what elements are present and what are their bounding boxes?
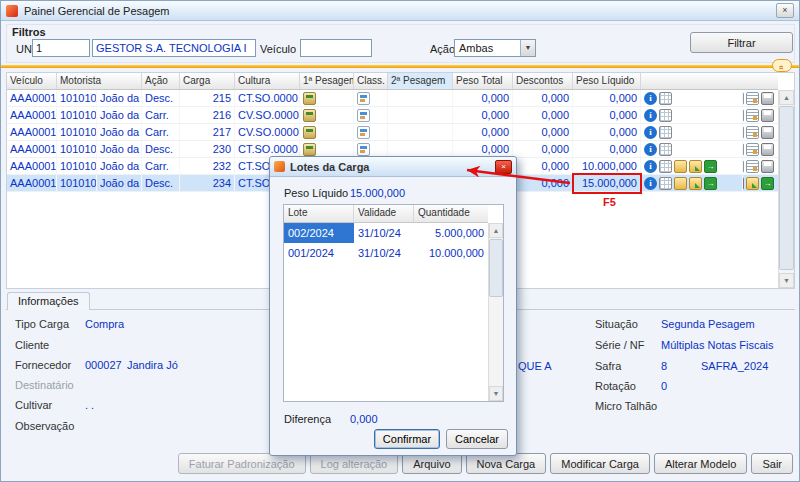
scroll-down-icon[interactable]: ▼ bbox=[489, 386, 503, 401]
class-icon[interactable] bbox=[357, 109, 370, 122]
window-close-button[interactable]: × bbox=[776, 3, 794, 18]
col-header-2a-pesagem[interactable]: 2ª Pesagem bbox=[388, 73, 453, 89]
class-icon[interactable] bbox=[357, 126, 370, 139]
doc-icon[interactable] bbox=[743, 143, 744, 156]
doc-icon[interactable] bbox=[743, 109, 744, 122]
action-select[interactable]: Ambas ▼ bbox=[454, 39, 536, 57]
sheet-icon[interactable] bbox=[674, 177, 687, 190]
col-header-descontos[interactable]: Descontos bbox=[513, 73, 573, 89]
scale-icon[interactable] bbox=[303, 126, 316, 139]
validade-col-header[interactable]: Validade bbox=[354, 205, 414, 222]
info-icon[interactable] bbox=[644, 126, 657, 139]
scrollbar-thumb[interactable] bbox=[779, 106, 794, 270]
table-row[interactable]: AAA0001101010João da SCarr.217CV.SO.0000… bbox=[7, 124, 778, 141]
green-icon[interactable] bbox=[761, 177, 774, 190]
footer-button-modificar-carga[interactable]: Modificar Carga bbox=[550, 453, 650, 474]
green-icon[interactable] bbox=[704, 160, 717, 173]
footer-button-sair[interactable]: Sair bbox=[751, 453, 793, 474]
filter-button[interactable]: Filtrar bbox=[690, 32, 793, 53]
doc2-icon[interactable] bbox=[746, 109, 759, 122]
calc-icon[interactable] bbox=[659, 143, 672, 156]
info-icon[interactable] bbox=[644, 143, 657, 156]
doc2-icon[interactable] bbox=[746, 143, 759, 156]
quantidade-col-header[interactable]: Quantidade bbox=[414, 205, 488, 222]
calc-icon[interactable] bbox=[659, 92, 672, 105]
doc2-icon[interactable] bbox=[746, 126, 759, 139]
calc-icon[interactable] bbox=[659, 177, 672, 190]
observacao-label: Observação bbox=[15, 420, 74, 432]
cancel-button[interactable]: Cancelar bbox=[446, 429, 508, 449]
serie-nf-value: Múltiplas Notas Fiscais bbox=[661, 339, 773, 351]
vehicle-label: Veículo bbox=[260, 43, 296, 55]
scroll-up-icon[interactable]: ▲ bbox=[779, 90, 794, 105]
calc-icon[interactable] bbox=[659, 109, 672, 122]
footer-button-alterar-modelo[interactable]: Alterar Modelo bbox=[654, 453, 748, 474]
calc-icon[interactable] bbox=[659, 160, 672, 173]
safra-value: 8 bbox=[661, 360, 667, 372]
scrollbar-thumb[interactable] bbox=[489, 239, 503, 297]
dialog-close-button[interactable]: × bbox=[495, 160, 512, 174]
info-icon[interactable] bbox=[644, 177, 657, 190]
doc2-icon[interactable] bbox=[746, 160, 759, 173]
col-header-cultura[interactable]: Cultura bbox=[235, 73, 300, 89]
scroll-up-icon[interactable]: ▲ bbox=[489, 223, 503, 238]
doc-icon[interactable] bbox=[743, 92, 744, 105]
col-header-motorista[interactable]: Motorista bbox=[57, 73, 142, 89]
scale-icon[interactable] bbox=[303, 109, 316, 122]
table-row[interactable]: AAA0001101010João da SCarr.216CV.SO.0000… bbox=[7, 107, 778, 124]
chevron-down-icon: ▼ bbox=[520, 40, 535, 56]
class-icon[interactable] bbox=[357, 92, 370, 105]
tab-informacoes[interactable]: Informações bbox=[7, 292, 90, 310]
cultivar-value: . . bbox=[85, 399, 94, 411]
company-input[interactable] bbox=[92, 39, 256, 57]
col-header-1a-pesagem[interactable]: 1ª Pesagem bbox=[300, 73, 354, 89]
info-icon[interactable] bbox=[644, 92, 657, 105]
fornecedor-name: Jandira Jó bbox=[127, 359, 178, 371]
vehicle-input[interactable] bbox=[300, 39, 372, 57]
scroll-down-icon[interactable]: ▼ bbox=[779, 273, 794, 288]
info-icon[interactable] bbox=[644, 160, 657, 173]
print-icon[interactable] bbox=[743, 177, 744, 190]
class-icon[interactable] bbox=[357, 143, 370, 156]
lot-row[interactable]: 001/202431/10/2410.000,000 bbox=[284, 243, 488, 263]
col-header-carga[interactable]: Carga bbox=[180, 73, 235, 89]
dialog-titlebar: Lotes da Carga × bbox=[270, 157, 516, 177]
col-header-peso-total[interactable]: Peso Total bbox=[453, 73, 513, 89]
calc-icon[interactable] bbox=[659, 126, 672, 139]
print-icon[interactable] bbox=[761, 160, 774, 173]
print-icon[interactable] bbox=[761, 109, 774, 122]
annotation-f5-label: F5 bbox=[603, 196, 616, 208]
table-row[interactable]: AAA0001101010João da SDesc.215CT.SO.0000… bbox=[7, 90, 778, 107]
footer-button-arquivo[interactable]: Arquivo bbox=[402, 453, 461, 474]
green-icon[interactable] bbox=[704, 177, 717, 190]
diferenca-value: 0,000 bbox=[350, 413, 378, 425]
lot-row[interactable]: 002/202431/10/245.000,000 bbox=[284, 223, 488, 243]
sheet2-icon[interactable] bbox=[689, 160, 702, 173]
info-icon[interactable] bbox=[644, 109, 657, 122]
print-icon[interactable] bbox=[761, 126, 774, 139]
col-header-peso-liquido[interactable]: Peso Líquido bbox=[573, 73, 641, 89]
doc-icon[interactable] bbox=[743, 126, 744, 139]
app-icon bbox=[6, 5, 18, 17]
confirm-button[interactable]: Confirmar bbox=[374, 429, 440, 449]
print-icon[interactable] bbox=[761, 92, 774, 105]
col-header-class[interactable]: Class. bbox=[354, 73, 388, 89]
doc2-icon[interactable] bbox=[746, 92, 759, 105]
sheet-icon[interactable] bbox=[674, 160, 687, 173]
situacao-value: Segunda Pesagem bbox=[661, 318, 755, 330]
grid-vertical-scrollbar[interactable]: ▲ ▼ bbox=[778, 90, 794, 288]
lote-col-header[interactable]: Lote bbox=[284, 205, 354, 222]
col-header-acao[interactable]: Ação bbox=[142, 73, 180, 89]
lotes-scrollbar[interactable]: ▲ ▼ bbox=[488, 223, 503, 401]
grid-header-row: Veículo Motorista Ação Carga Cultura 1ª … bbox=[7, 73, 778, 90]
print-icon[interactable] bbox=[761, 143, 774, 156]
collapse-chevron-button[interactable]: » bbox=[772, 59, 792, 72]
sheet2-icon[interactable] bbox=[689, 177, 702, 190]
un-input[interactable] bbox=[32, 39, 90, 57]
doc-icon[interactable] bbox=[743, 160, 744, 173]
col-header-veiculo[interactable]: Veículo bbox=[7, 73, 57, 89]
sheet2-icon[interactable] bbox=[746, 177, 759, 190]
scale-icon[interactable] bbox=[303, 92, 316, 105]
scale-icon[interactable] bbox=[303, 143, 316, 156]
footer-button-nova-carga[interactable]: Nova Carga bbox=[466, 453, 547, 474]
